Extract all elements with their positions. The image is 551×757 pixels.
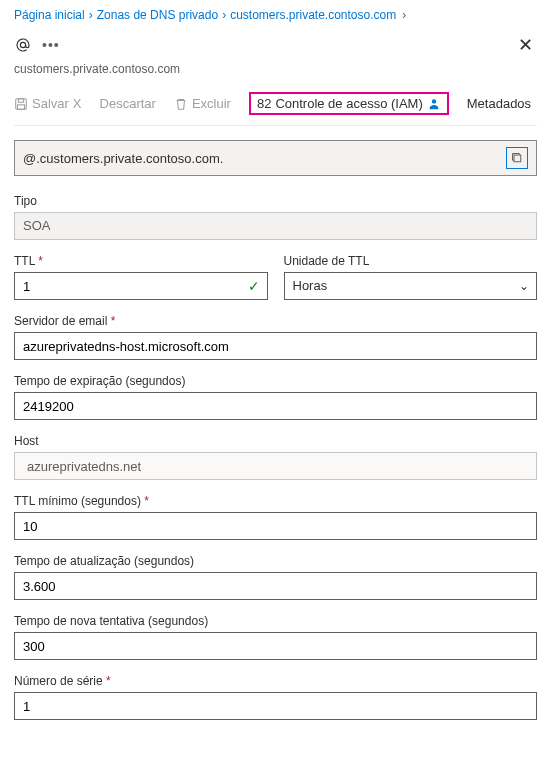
- breadcrumb-zones[interactable]: Zonas de DNS privado: [97, 8, 218, 22]
- metadata-button[interactable]: Metadados: [467, 96, 531, 111]
- ttl-unit-label: Unidade de TTL: [284, 254, 538, 268]
- chevron-right-icon: ›: [89, 8, 93, 22]
- type-value: SOA: [14, 212, 537, 240]
- retry-input[interactable]: [14, 632, 537, 660]
- breadcrumb-home[interactable]: Página inicial: [14, 8, 85, 22]
- host-value: azureprivatedns.net: [14, 452, 537, 480]
- ttl-unit-select[interactable]: Horas: [284, 272, 538, 300]
- serial-label: Número de série: [14, 674, 537, 688]
- record-name-value: @.customers.private.contoso.com.: [23, 151, 223, 166]
- ttl-input[interactable]: [14, 272, 268, 300]
- refresh-input[interactable]: [14, 572, 537, 600]
- expire-label: Tempo de expiração (segundos): [14, 374, 537, 388]
- min-ttl-label: TTL mínimo (segundos): [14, 494, 537, 508]
- ttl-label: TTL: [14, 254, 268, 268]
- save-label: Salvar: [32, 96, 69, 111]
- svg-rect-5: [514, 155, 521, 162]
- header: ••• ✕: [14, 30, 537, 60]
- save-shortcut: X: [73, 96, 82, 111]
- delete-label: Excluir: [192, 96, 231, 111]
- email-input[interactable]: [14, 332, 537, 360]
- access-control-button[interactable]: 82 Controle de acesso (IAM): [249, 92, 449, 115]
- access-prefix: 82: [257, 96, 271, 111]
- type-label: Tipo: [14, 194, 537, 208]
- trash-icon: [174, 97, 188, 111]
- svg-point-0: [20, 42, 25, 47]
- access-label: Controle de acesso (IAM): [275, 96, 422, 111]
- close-button[interactable]: ✕: [514, 30, 537, 60]
- toolbar: Salvar X Descartar Excluir 82 Controle d…: [14, 86, 537, 126]
- host-label: Host: [14, 434, 537, 448]
- record-at-icon: [14, 36, 32, 54]
- chevron-right-icon: ›: [402, 8, 406, 22]
- copy-button[interactable]: [506, 147, 528, 169]
- refresh-label: Tempo de atualização (segundos): [14, 554, 537, 568]
- people-icon: [427, 97, 441, 111]
- retry-label: Tempo de nova tentativa (segundos): [14, 614, 537, 628]
- delete-button[interactable]: Excluir: [174, 96, 231, 111]
- serial-input[interactable]: [14, 692, 537, 720]
- metadata-label: Metadados: [467, 96, 531, 111]
- svg-rect-3: [18, 104, 25, 108]
- expire-input[interactable]: [14, 392, 537, 420]
- discard-label: Descartar: [100, 96, 156, 111]
- email-label: Servidor de email: [14, 314, 537, 328]
- checkmark-icon: ✓: [248, 278, 260, 294]
- panel-subtitle: customers.private.contoso.com: [14, 62, 537, 76]
- chevron-right-icon: ›: [222, 8, 226, 22]
- record-name-box: @.customers.private.contoso.com.: [14, 140, 537, 176]
- discard-button[interactable]: Descartar: [100, 96, 156, 111]
- breadcrumb: Página inicial › Zonas de DNS privado › …: [14, 8, 537, 22]
- min-ttl-input[interactable]: [14, 512, 537, 540]
- svg-rect-2: [18, 98, 23, 102]
- more-menu-button[interactable]: •••: [42, 37, 60, 53]
- save-button[interactable]: Salvar X: [14, 96, 82, 111]
- breadcrumb-zone[interactable]: customers.private.contoso.com: [230, 8, 396, 22]
- save-icon: [14, 97, 28, 111]
- svg-point-4: [432, 99, 436, 103]
